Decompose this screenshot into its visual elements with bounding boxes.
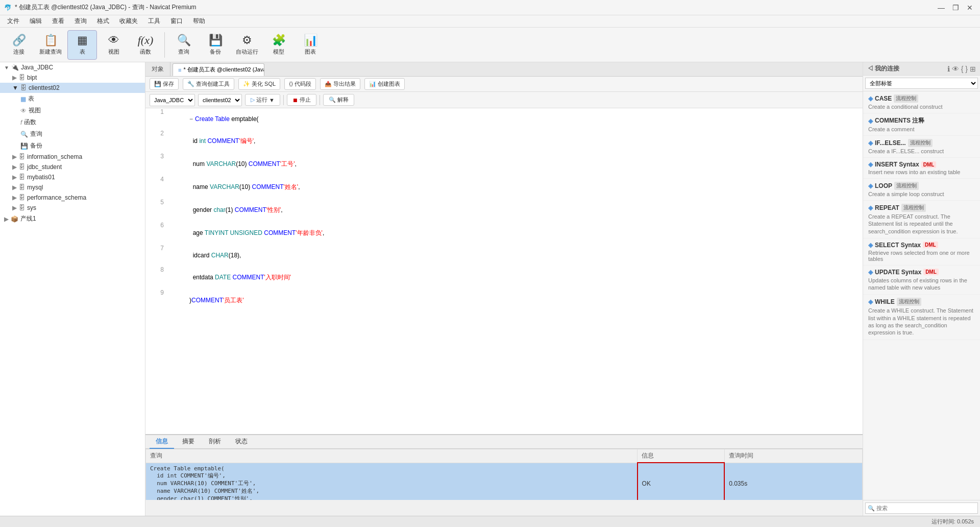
code-line-6: 6 age TINYINT UNSIGNED COMMENT'年龄非负', xyxy=(145,222,863,245)
toolbar-separator xyxy=(164,32,165,58)
run-icon: ▷ xyxy=(251,97,255,103)
table-row[interactable]: Create Table emptable( id int COMMENT'编号… xyxy=(146,463,863,500)
code-line-2: 2 id int COMMENT'编号', xyxy=(145,130,863,153)
tag-filter-select[interactable]: 全部标签 xyxy=(865,78,978,89)
snippet-icon-select: ◈ xyxy=(868,242,873,249)
run-button[interactable]: ▷ 运行 ▼ xyxy=(245,94,280,106)
menu-edit[interactable]: 编辑 xyxy=(24,16,47,27)
table-folder-icon: ▦ xyxy=(20,95,26,103)
sidebar-item-jdbc-student[interactable]: ▶ 🗄 jdbc_student xyxy=(0,162,145,172)
result-tab-profiling[interactable]: 剖析 xyxy=(203,435,227,449)
menu-format[interactable]: 格式 xyxy=(92,16,114,27)
expand-icon-prod: ▶ xyxy=(4,215,9,223)
save-button[interactable]: 💾 保存 xyxy=(150,78,179,90)
code-icon[interactable]: { } xyxy=(961,65,968,73)
search-input[interactable] xyxy=(865,502,978,514)
snippet-item-comments[interactable]: ◈ COMMENTS 注释 Create a comment xyxy=(863,113,980,136)
code-snippet-button[interactable]: ⟨⟩ 代码段 xyxy=(284,78,316,90)
sidebar-item-sys[interactable]: ▶ 🗄 sys xyxy=(0,203,145,213)
model-button[interactable]: 🧩 模型 xyxy=(264,30,293,60)
sidebar-item-backup[interactable]: 💾 备份 xyxy=(0,140,145,152)
snippet-item-while[interactable]: ◈ WHILE 流程控制 Create a WHILE construct. T… xyxy=(863,295,980,340)
sidebar-item-view[interactable]: 👁 视图 xyxy=(0,105,145,116)
toolbar-sep2 xyxy=(320,95,320,105)
result-tab-summary[interactable]: 摘要 xyxy=(176,435,201,449)
snippet-item-ifelse[interactable]: ◈ IF...ELSE... 流程控制 Create a IF...ELSE..… xyxy=(863,136,980,158)
query-tab-main[interactable]: ≡ * 创建员工表 @clienttest02 (Java_JDB... ✕ xyxy=(173,63,264,76)
maximize-button[interactable]: ❐ xyxy=(949,3,962,13)
chart-button[interactable]: 📊 图表 xyxy=(296,30,325,60)
eye-icon[interactable]: 👁 xyxy=(952,65,959,73)
sidebar-item-bipt[interactable]: ▶ 🗄 bipt xyxy=(0,73,145,83)
menu-view[interactable]: 查看 xyxy=(47,16,69,27)
result-tab-info[interactable]: 信息 xyxy=(150,435,174,449)
snippet-item-update[interactable]: ◈ UPDATE Syntax DML Updates columns of e… xyxy=(863,266,980,295)
snippet-item-insert[interactable]: ◈ INSERT Syntax DML Insert new rows into… xyxy=(863,158,980,179)
snippet-item-repeat[interactable]: ◈ REPEAT 流程控制 Create a REPEAT construct.… xyxy=(863,201,980,238)
menu-file[interactable]: 文件 xyxy=(2,16,24,27)
database-select[interactable]: clienttest02 xyxy=(198,94,242,106)
sidebar-item-mysql[interactable]: ▶ 🗄 mysql xyxy=(0,182,145,193)
connection-select[interactable]: Java_JDBC xyxy=(150,94,195,106)
query-tab-icon: ≡ xyxy=(178,67,181,73)
status-bar: 运行时间: 0.052s xyxy=(0,516,980,527)
sidebar-item-java-jdbc[interactable]: ▼ 🔌 Java_JDBC xyxy=(0,62,145,73)
connection-icon: 🔌 xyxy=(11,64,19,71)
connect-button[interactable]: 🔗 连接 xyxy=(4,30,34,60)
col-info: 信息 xyxy=(638,449,725,463)
sidebar-item-performance-schema[interactable]: ▶ 🗄 performance_schema xyxy=(0,193,145,203)
backup-button[interactable]: 💾 备份 xyxy=(201,30,230,60)
create-chart-button[interactable]: 📊 创建图表 xyxy=(364,78,405,90)
run-dropdown-icon: ▼ xyxy=(269,97,275,103)
window-controls: — ❐ ✕ xyxy=(935,3,976,13)
sidebar-item-clienttest02[interactable]: ▼ 🗄 clienttest02 xyxy=(0,83,145,93)
create-chart-icon: 📊 xyxy=(369,81,376,87)
sidebar-item-production1[interactable]: ▶ 📦 产线1 xyxy=(0,213,145,225)
fold-icon-1[interactable]: − xyxy=(189,115,193,123)
snippet-item-loop[interactable]: ◈ LOOP 流程控制 Create a simple loop constru… xyxy=(863,179,980,201)
menu-tools[interactable]: 工具 xyxy=(143,16,165,27)
query-tool-icon: 🔧 xyxy=(187,81,194,87)
code-editor[interactable]: 1 −Create Table emptable( 2 id int COMME… xyxy=(145,108,863,434)
bipt-icon: 🗄 xyxy=(19,74,25,81)
snippet-icon-loop: ◈ xyxy=(868,182,873,189)
explain-button[interactable]: 🔍 解释 xyxy=(323,94,354,106)
sidebar-item-information-schema[interactable]: ▶ 🗄 information_schema xyxy=(0,152,145,162)
object-tab[interactable]: 对象 xyxy=(145,62,170,76)
snippet-item-case[interactable]: ◈ CASE 流程控制 Create a conditional constru… xyxy=(863,91,980,113)
menu-query[interactable]: 查询 xyxy=(69,16,92,27)
sidebar-item-table[interactable]: ▦ 表 xyxy=(0,93,145,105)
result-table: 查询 信息 查询时间 Create Table emptable( id int… xyxy=(145,449,863,500)
function-icon: f(x) xyxy=(138,34,154,47)
new-query-button[interactable]: 📋 新建查询 xyxy=(36,30,65,60)
sidebar-item-query[interactable]: 🔍 查询 xyxy=(0,128,145,140)
close-button[interactable]: ✕ xyxy=(964,3,976,13)
autorun-button[interactable]: ⚙ 自动运行 xyxy=(232,30,262,60)
grid-icon[interactable]: ⊞ xyxy=(970,65,976,73)
function-button[interactable]: f(x) 函数 xyxy=(131,30,160,60)
table-button[interactable]: ▦ 表 xyxy=(67,30,97,60)
sidebar-item-function[interactable]: f 函数 xyxy=(0,116,145,128)
sidebar-item-mybatis01[interactable]: ▶ 🗄 mybatis01 xyxy=(0,172,145,182)
code-line-1: 1 −Create Table emptable( xyxy=(145,108,863,130)
menu-window[interactable]: 窗口 xyxy=(165,16,188,27)
cell-time: 0.035s xyxy=(724,463,862,500)
sidebar: ▼ 🔌 Java_JDBC ▶ 🗄 bipt ▼ 🗄 clienttest02 … xyxy=(0,62,145,516)
menu-favorites[interactable]: 收藏夹 xyxy=(114,16,143,27)
expand-icon-sys: ▶ xyxy=(12,204,17,211)
query-button[interactable]: 🔍 查询 xyxy=(169,30,199,60)
autorun-icon: ⚙ xyxy=(242,34,252,47)
snippet-item-select[interactable]: ◈ SELECT Syntax DML Retrieve rows select… xyxy=(863,238,980,266)
view-button[interactable]: 👁 视图 xyxy=(99,30,129,60)
code-line-3: 3 num VARCHAR(10) COMMENT'工号', xyxy=(145,153,863,176)
query-tool-button[interactable]: 🔧 查询创建工具 xyxy=(183,78,234,90)
beautify-sql-button[interactable]: ✨ 美化 SQL xyxy=(238,78,280,90)
result-tab-status[interactable]: 状态 xyxy=(229,435,254,449)
menu-help[interactable]: 帮助 xyxy=(188,16,210,27)
stop-button[interactable]: ⏹ 停止 xyxy=(287,94,316,106)
col-query: 查询 xyxy=(146,449,638,463)
info-icon[interactable]: ℹ xyxy=(947,65,950,73)
query-tab-label: * 创建员工表 @clienttest02 (Java_JDB... xyxy=(183,66,264,74)
minimize-button[interactable]: — xyxy=(935,3,947,13)
export-result-button[interactable]: 📤 导出结果 xyxy=(320,78,360,90)
